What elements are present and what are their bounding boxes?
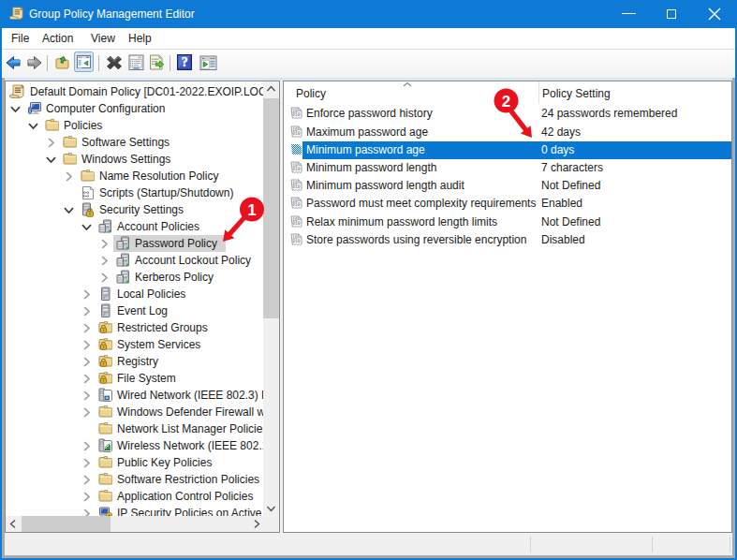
svg-text:?: ? xyxy=(182,55,188,69)
svg-text:010: 010 xyxy=(292,131,301,136)
svg-text:010: 010 xyxy=(292,113,301,118)
svg-text:010: 010 xyxy=(292,203,301,208)
svg-text:010: 010 xyxy=(292,185,301,190)
svg-text:010: 010 xyxy=(292,239,301,243)
svg-text:010: 010 xyxy=(292,167,301,171)
svg-text:010: 010 xyxy=(292,221,301,226)
